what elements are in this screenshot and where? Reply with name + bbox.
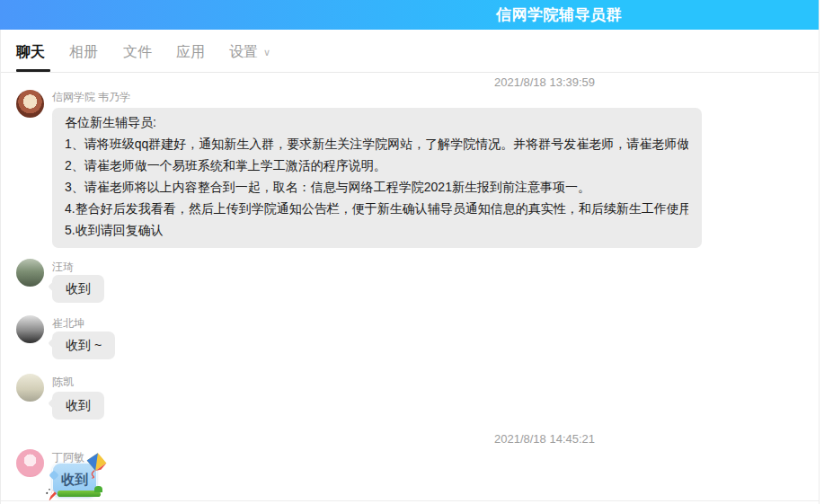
message-line: 2、请崔老师做一个易班系统和掌上学工激活的程序说明。: [65, 155, 688, 176]
avatar[interactable]: [16, 315, 44, 343]
scrollbar-track[interactable]: [819, 0, 824, 504]
message-line: 1、请将班级qq群建好，通知新生入群，要求新生关注学院网站，了解学院情况。并将群…: [65, 133, 688, 155]
kite-icon: [83, 450, 110, 480]
chevron-down-icon: ∨: [263, 47, 270, 57]
message-bubble: 收到: [52, 463, 97, 497]
message-bubble: 收到 ~: [52, 332, 115, 359]
tab-files[interactable]: 文件: [123, 30, 152, 73]
message-line: 3、请崔老师将以上内容整合到一起，取名：信息与网络工程学院2021新生报到前注意…: [65, 176, 688, 198]
tab-chat[interactable]: 聊天: [16, 30, 45, 73]
message-bubble: 各位新生辅导员: 1、请将班级qq群建好，通知新生入群，要求新生关注学院网站，了…: [52, 108, 702, 248]
avatar[interactable]: [16, 90, 44, 118]
time-divider: 2021/8/18 13:39:59: [494, 75, 595, 89]
tab-album[interactable]: 相册: [69, 30, 98, 73]
message-line: 各位新生辅导员:: [65, 111, 688, 133]
sender-name: 汪琦: [52, 260, 74, 275]
sender-name: 信网学院 韦乃学: [52, 90, 130, 105]
bubble-tail: [52, 114, 58, 124]
grass-sprout: [94, 486, 102, 492]
group-title: 信网学院辅导员群: [496, 0, 622, 30]
sender-name: 陈凯: [52, 375, 74, 390]
bubble-tail: [48, 398, 58, 408]
message-text: 收到 ~: [66, 338, 102, 352]
tab-bar: 聊天 相册 文件 应用 设置∨: [1, 30, 819, 73]
sender-name: 崔北坤: [52, 316, 84, 332]
active-tab-underline: [16, 69, 50, 72]
avatar[interactable]: [16, 374, 44, 402]
message-text: 收到: [66, 398, 91, 412]
message-bubble: 收到: [52, 275, 104, 303]
message-text: 收到: [66, 281, 91, 296]
message-line: 5.收到请回复确认: [65, 219, 688, 241]
bubble-tail: [49, 470, 58, 480]
bubble-tail: [48, 338, 58, 348]
window-left-border: [0, 30, 1, 504]
message-bubble: 收到: [52, 392, 104, 420]
time-divider: 2021/8/18 14:45:21: [494, 432, 595, 446]
group-header: 信网学院辅导员群: [0, 0, 819, 30]
avatar[interactable]: [16, 449, 44, 477]
avatar[interactable]: [16, 259, 44, 287]
tab-settings[interactable]: 设置∨: [229, 30, 270, 73]
message-line: 4.整合好后发我看看，然后上传到学院通知公告栏，便于新生确认辅导员通知信息的真实…: [65, 198, 688, 219]
bottom-divider: [0, 500, 819, 501]
tab-apps[interactable]: 应用: [176, 30, 205, 73]
bubble-tail: [48, 281, 58, 291]
